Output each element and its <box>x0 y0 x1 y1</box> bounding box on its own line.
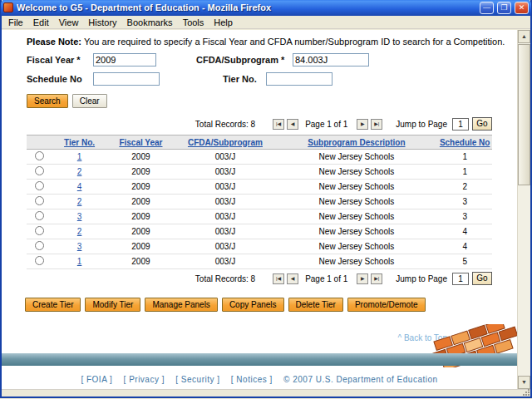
footer-link-notices[interactable]: [ Notices ] <box>231 375 273 384</box>
create-tier-button[interactable]: Create Tier <box>25 298 81 312</box>
first-page-icon[interactable]: |◀ <box>273 273 284 284</box>
first-page-icon[interactable]: |◀ <box>273 119 284 130</box>
minimize-icon[interactable]: — <box>480 2 494 14</box>
manage-panels-button[interactable]: Manage Panels <box>145 298 218 312</box>
footer-link-privacy[interactable]: [ Privacy ] <box>124 375 165 384</box>
menu-view[interactable]: View <box>54 17 84 28</box>
last-page-icon[interactable]: ▶| <box>371 119 382 130</box>
cfda-cell: 003/J <box>175 150 275 165</box>
page-content: Please Note: You are required to specify… <box>2 30 517 389</box>
fiscal-year-input[interactable] <box>93 53 156 66</box>
maximize-icon[interactable]: ❐ <box>497 2 511 14</box>
cfda-cell: 003/J <box>175 195 275 209</box>
schedule-no-input[interactable] <box>93 72 160 86</box>
form-row-2: Schedule No Tier No. <box>27 72 517 86</box>
description-cell: New Jersey Schools <box>275 180 437 195</box>
promote-demote-button[interactable]: Promote/Demote <box>347 298 426 312</box>
prev-page-icon[interactable]: ◀ <box>287 273 298 284</box>
delete-tier-button[interactable]: Delete Tier <box>288 298 343 312</box>
tier-number-link[interactable]: 1 <box>77 257 82 266</box>
tier-no-label: Tier No. <box>223 74 266 84</box>
scrollbar-thumb[interactable] <box>518 44 530 185</box>
header-tier-no[interactable]: Tier No. <box>64 138 95 147</box>
vertical-scrollbar[interactable]: ▲ ▼ <box>517 30 530 389</box>
status-bar <box>2 389 530 397</box>
header-cfda-subprogram[interactable]: CFDA/Subprogram <box>188 138 263 147</box>
jump-to-page-label: Jump to Page <box>396 274 447 283</box>
tier-number-link[interactable]: 3 <box>77 242 82 251</box>
menu-edit[interactable]: Edit <box>28 17 54 28</box>
description-cell: New Jersey Schools <box>275 150 437 165</box>
header-fiscal-year[interactable]: Fiscal Year <box>119 138 162 147</box>
description-cell: New Jersey Schools <box>275 165 437 180</box>
table-row: 3 2009 003/J New Jersey Schools 3 <box>27 209 492 224</box>
search-button-row: Search Clear <box>27 94 517 108</box>
jump-to-page-input[interactable] <box>452 273 469 285</box>
table-row: 2 2009 003/J New Jersey Schools 3 <box>27 195 492 209</box>
page-indicator: Page 1 of 1 <box>305 274 347 283</box>
row-select-radio[interactable] <box>35 196 44 205</box>
tier-number-link[interactable]: 2 <box>77 197 82 206</box>
go-button[interactable]: Go <box>472 272 492 285</box>
header-subprogram-description[interactable]: Subprogram Description <box>308 138 405 147</box>
fiscal-year-cell: 2009 <box>106 180 175 195</box>
tier-number-link[interactable]: 3 <box>77 212 82 221</box>
fiscal-year-cell: 2009 <box>106 254 175 269</box>
next-page-icon[interactable]: ▶ <box>357 119 368 130</box>
fiscal-year-cell: 2009 <box>106 209 175 224</box>
menu-help[interactable]: Help <box>209 17 238 28</box>
menu-tools[interactable]: Tools <box>178 17 209 28</box>
cfda-cell: 003/J <box>175 224 275 239</box>
scroll-up-icon[interactable]: ▲ <box>518 30 530 43</box>
next-page-icon[interactable]: ▶ <box>357 273 368 284</box>
header-schedule-no[interactable]: Schedule No <box>440 138 490 147</box>
menu-bar: File Edit View History Bookmarks Tools H… <box>2 16 530 29</box>
clear-button[interactable]: Clear <box>72 94 107 108</box>
row-select-radio[interactable] <box>35 166 44 175</box>
teal-divider-bar <box>2 353 517 366</box>
schedule-cell: 3 <box>437 195 492 209</box>
tier-no-input[interactable] <box>266 72 332 86</box>
copy-panels-button[interactable]: Copy Panels <box>222 298 284 312</box>
go-button[interactable]: Go <box>472 117 492 131</box>
cfda-subprogram-input[interactable] <box>293 53 369 66</box>
prev-page-icon[interactable]: ◀ <box>287 119 298 130</box>
scroll-down-icon[interactable]: ▼ <box>518 376 530 389</box>
row-select-radio[interactable] <box>35 256 44 265</box>
schedule-cell: 4 <box>437 224 492 239</box>
cfda-subprogram-label: CFDA/Subprogram * <box>196 55 293 65</box>
row-select-radio[interactable] <box>35 241 44 250</box>
table-header-row: Tier No. Fiscal Year CFDA/Subprogram Sub… <box>27 135 492 150</box>
row-select-radio[interactable] <box>35 211 44 220</box>
menu-history[interactable]: History <box>83 17 121 28</box>
radio-column-header <box>27 135 52 150</box>
row-select-radio[interactable] <box>35 181 44 190</box>
row-select-radio[interactable] <box>35 151 44 160</box>
fiscal-year-label: Fiscal Year * <box>27 55 93 65</box>
table-row: 2 2009 003/J New Jersey Schools 1 <box>27 165 492 180</box>
modify-tier-button[interactable]: Modify Tier <box>85 298 140 312</box>
tier-number-link[interactable]: 4 <box>77 182 82 191</box>
table-row: 2 2009 003/J New Jersey Schools 4 <box>27 224 492 239</box>
jump-to-page-label: Jump to Page <box>396 120 447 129</box>
table-row: 3 2009 003/J New Jersey Schools 4 <box>27 239 492 254</box>
menu-bookmarks[interactable]: Bookmarks <box>122 17 178 28</box>
tier-number-link[interactable]: 2 <box>77 167 82 176</box>
cfda-cell: 003/J <box>175 165 275 180</box>
please-note-body: You are required to specify a Fiscal Yea… <box>84 37 505 47</box>
jump-to-page-input[interactable] <box>452 118 469 131</box>
results-table-body: 1 2009 003/J New Jersey Schools 1 2 2009… <box>27 150 492 269</box>
schedule-cell: 5 <box>437 254 492 269</box>
row-select-radio[interactable] <box>35 226 44 235</box>
resize-grip[interactable] <box>523 389 530 396</box>
tier-number-link[interactable]: 1 <box>77 152 82 161</box>
footer-link-foia[interactable]: [ FOIA ] <box>81 375 112 384</box>
close-icon[interactable]: ✕ <box>515 2 529 14</box>
fiscal-year-cell: 2009 <box>106 165 175 180</box>
tier-number-link[interactable]: 2 <box>77 227 82 236</box>
title-bar: Welcome to G5 - Department of Education … <box>1 0 531 16</box>
menu-file[interactable]: File <box>3 17 28 28</box>
last-page-icon[interactable]: ▶| <box>371 273 382 284</box>
footer-link-security[interactable]: [ Security ] <box>175 375 219 384</box>
search-button[interactable]: Search <box>27 94 68 108</box>
